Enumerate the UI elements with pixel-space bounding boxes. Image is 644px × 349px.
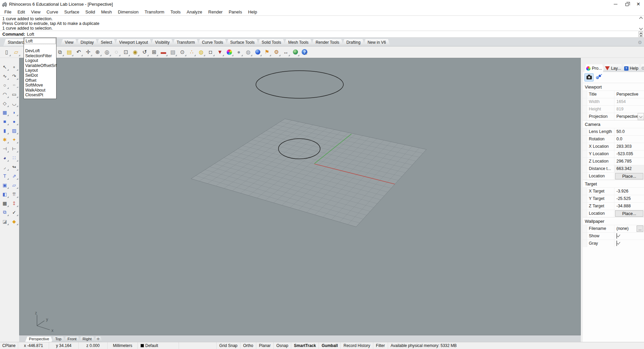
autocomplete-item[interactable]: Layout (24, 68, 56, 73)
show-checkbox[interactable] (616, 233, 617, 239)
undo-icon[interactable]: ↶ (74, 48, 83, 57)
wallpaper-browse-button[interactable]: ... (637, 225, 643, 232)
menu-item[interactable]: Render (205, 9, 226, 15)
offset-copy-tool-icon[interactable]: ⧉ (1, 208, 9, 216)
x-location-value[interactable]: 283.303 (614, 143, 644, 150)
extrude-tool-icon[interactable]: ⇈ (10, 190, 18, 198)
scroll-down-icon[interactable] (639, 27, 642, 30)
polygon-tool-icon[interactable]: ◇ (1, 99, 9, 107)
viewport-tab-right[interactable]: Right (79, 337, 95, 342)
curve-points-tool-icon[interactable]: ∿ (1, 72, 9, 80)
ellipse-tool-icon[interactable]: ○ (10, 82, 18, 88)
blend-curve-tool-icon[interactable]: ◡ (10, 99, 18, 107)
ribbon-tab[interactable]: View (61, 39, 78, 46)
split-tool-icon[interactable]: ⊢ (10, 144, 18, 153)
autocomplete-item[interactable]: Logout (24, 58, 56, 63)
viewport-tab-top[interactable]: Top (51, 337, 65, 342)
ribbon-tab[interactable]: Viewport Layout (115, 39, 152, 46)
autocomplete-item[interactable]: Offset (24, 78, 56, 83)
viewport-properties-button[interactable] (584, 73, 594, 81)
toggle-ortho[interactable]: Ortho (240, 342, 256, 349)
spin-up-icon[interactable] (639, 31, 643, 34)
toggle-planar[interactable]: Planar (256, 342, 274, 349)
new-file-icon[interactable]: ▯ (2, 48, 11, 57)
boolean-tool-icon[interactable]: ✱ (1, 135, 9, 144)
surface-grid-tool-icon[interactable]: ▨ (10, 126, 18, 135)
projection-dropdown-button[interactable] (638, 113, 644, 120)
restore-button[interactable] (621, 0, 633, 8)
menu-item[interactable]: Dimension (115, 9, 142, 15)
target-place-button[interactable]: Place... (615, 210, 643, 217)
panel-options-gear-icon[interactable]: ⚙ (639, 64, 644, 72)
viewport-tab-front[interactable]: Front (64, 337, 80, 342)
gray-checkbox[interactable] (616, 241, 617, 246)
arrange-tool-icon[interactable]: ▣ (1, 181, 9, 189)
autocomplete-item[interactable]: SoftMove (24, 83, 56, 88)
y-location-value[interactable]: -523.035 (614, 150, 644, 158)
wallpaper-filename-value[interactable]: (none) (614, 225, 637, 232)
zoom-extents-icon[interactable]: ◎ (103, 48, 111, 57)
ribbon-tab[interactable]: Curve Tools (197, 39, 227, 46)
point-tool-icon[interactable]: ∘ (10, 63, 18, 71)
point-set-tool-icon[interactable]: ∷ (10, 153, 18, 162)
pan-icon[interactable]: ✛ (84, 48, 92, 57)
arc-tool-icon[interactable]: ◠ (1, 90, 9, 98)
ribbon-tab[interactable]: Drafting (342, 39, 365, 46)
toggle-smarttrack[interactable]: SmartTrack (291, 342, 319, 349)
menu-item[interactable]: Panels (226, 9, 245, 15)
surface-points-tool-icon[interactable]: ▦ (1, 108, 9, 116)
autocomplete-item[interactable]: SelDot (24, 73, 56, 78)
curve-handles-tool-icon[interactable]: ↷ (10, 72, 18, 80)
toggle-grid-snap[interactable]: Grid Snap (217, 342, 240, 349)
help-icon[interactable]: ? (302, 49, 307, 55)
autocomplete-selected-item[interactable]: Loft (24, 38, 56, 44)
dimension-icon[interactable]: ↔ (281, 48, 290, 57)
menu-item[interactable]: Solid (82, 9, 98, 15)
object-properties-button[interactable] (595, 73, 604, 81)
ribbon-tab[interactable]: New in V6 (363, 39, 390, 46)
viewport-title-value[interactable]: Perspective (614, 91, 644, 98)
perspective-viewport[interactable]: zyx (19, 58, 581, 335)
menu-item[interactable]: File (1, 9, 14, 15)
earth-icon[interactable] (291, 48, 300, 57)
align-tool-icon[interactable]: ▱ (10, 181, 18, 189)
y-target-value[interactable]: -25.525 (614, 195, 644, 202)
menu-item[interactable]: Transform (142, 9, 167, 15)
ribbon-tab[interactable]: Display (76, 39, 98, 46)
menu-item[interactable]: View (28, 9, 43, 15)
lock-icon[interactable]: ◘ (206, 48, 215, 57)
ribbon-tab[interactable]: Mesh Tools (284, 39, 313, 46)
ribbon-tab[interactable]: Render Tools (311, 39, 344, 46)
trim-tool-icon[interactable]: ⊣ (1, 144, 9, 153)
toggle-osnap[interactable]: Osnap (274, 342, 291, 349)
display-mode-icon[interactable]: ▬ (159, 48, 168, 57)
box-tool-icon[interactable]: ■ (1, 117, 9, 126)
panel-tab-properties[interactable]: Pro... (584, 64, 604, 72)
x-target-value[interactable]: -3.926 (614, 188, 644, 195)
autocomplete-item[interactable]: ClosestPt (24, 93, 56, 98)
zoom-window-icon[interactable]: ⊡ (121, 48, 130, 57)
solid-tools-icon[interactable]: ◪ (1, 217, 9, 225)
tab-options-gear-icon[interactable]: ⚙ (638, 40, 642, 45)
current-layer-button[interactable]: Default (138, 342, 179, 349)
explode-tool-icon[interactable]: ✦ (10, 135, 18, 144)
rectangle-tool-icon[interactable]: ▭ (10, 90, 18, 98)
ribbon-tab[interactable]: Surface Tools (226, 39, 259, 46)
pointer-tool-icon[interactable]: ↖ (1, 63, 9, 71)
menu-item[interactable]: Edit (14, 9, 28, 15)
continuity-tool-icon[interactable]: ↬ (10, 163, 18, 171)
rotation-value[interactable]: 0.0 (614, 136, 644, 143)
patch-surface-tool-icon[interactable]: ◗ (10, 108, 18, 116)
options-gears-icon[interactable]: ⚙ (272, 48, 281, 57)
projection-value[interactable]: Perspective (614, 113, 638, 120)
menu-item[interactable]: Help (245, 9, 260, 15)
z-target-value[interactable]: -34.888 (614, 203, 644, 210)
camera-place-button[interactable]: Place... (615, 173, 643, 179)
autocomplete-item[interactable]: VariableOffsetSrf (24, 63, 56, 68)
spin-down-icon[interactable] (639, 34, 643, 37)
color-tool-icon[interactable]: ◕ (1, 153, 9, 162)
history-scrollbar[interactable] (638, 16, 643, 30)
fillet-tool-icon[interactable]: ◞ (1, 163, 9, 171)
zoom-dynamic-icon[interactable]: ◌ (112, 48, 121, 57)
section-tool-icon[interactable]: ‡ (10, 199, 18, 207)
